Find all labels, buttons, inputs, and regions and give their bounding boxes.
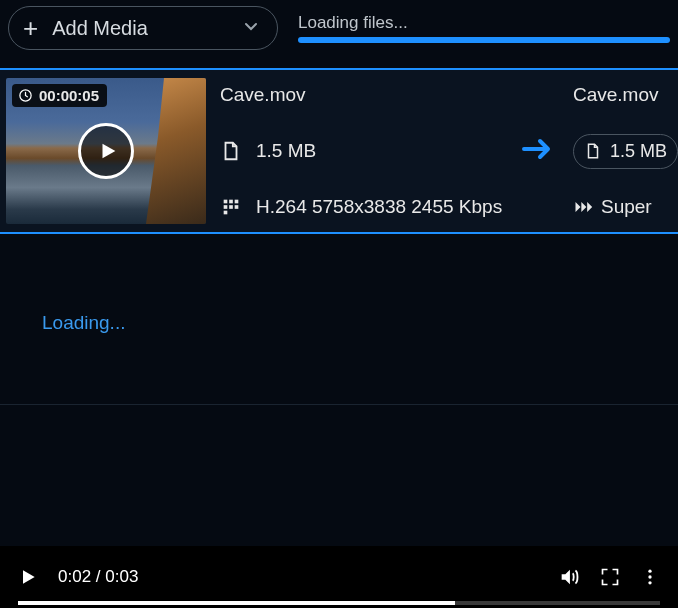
player-volume-button[interactable] — [558, 566, 580, 588]
video-player-controls: 0:02 / 0:03 — [0, 546, 678, 608]
player-fullscreen-button[interactable] — [600, 567, 620, 587]
play-icon — [18, 567, 38, 587]
output-size: 1.5 MB — [610, 141, 667, 162]
output-preset: Super — [601, 196, 652, 218]
svg-rect-5 — [229, 205, 233, 209]
player-seek-bar[interactable] — [18, 601, 660, 605]
player-play-button[interactable] — [18, 567, 38, 587]
media-thumbnail[interactable]: 00:00:05 — [6, 78, 206, 224]
clock-icon — [18, 88, 33, 103]
panel-loading-label: Loading... — [0, 234, 678, 404]
svg-rect-7 — [224, 211, 228, 215]
add-media-label: Add Media — [52, 17, 229, 40]
svg-rect-1 — [224, 200, 228, 204]
plus-icon: + — [23, 15, 38, 41]
file-icon — [220, 140, 242, 162]
loading-status: Loading files... — [298, 13, 670, 43]
svg-rect-2 — [229, 200, 233, 204]
svg-point-10 — [648, 581, 651, 584]
toolbar: + Add Media Loading files... — [0, 0, 678, 54]
media-output-column: Cave.mov 1.5 MB Super — [573, 78, 678, 224]
fullscreen-icon — [600, 567, 620, 587]
arrow-right-icon — [522, 136, 558, 162]
volume-icon — [558, 566, 580, 588]
media-size: 1.5 MB — [256, 140, 316, 162]
svg-rect-4 — [224, 205, 228, 209]
fast-forward-icon — [573, 197, 593, 217]
more-vertical-icon — [640, 567, 660, 587]
duration-text: 00:00:05 — [39, 87, 99, 104]
media-filename: Cave.mov — [220, 84, 306, 106]
media-codec: H.264 5758x3838 2455 Kbps — [256, 196, 502, 218]
play-icon — [97, 140, 119, 162]
svg-rect-3 — [235, 200, 239, 204]
svg-rect-6 — [235, 205, 239, 209]
player-time-label: 0:02 / 0:03 — [58, 567, 538, 587]
add-media-button[interactable]: + Add Media — [8, 6, 278, 50]
loading-files-label: Loading files... — [298, 13, 670, 33]
divider — [0, 404, 678, 405]
loading-progress-bar — [298, 37, 670, 43]
chevron-down-icon — [243, 18, 259, 38]
output-filename: Cave.mov — [573, 84, 659, 106]
film-icon — [220, 196, 242, 218]
duration-badge: 00:00:05 — [12, 84, 107, 107]
output-size-pill[interactable]: 1.5 MB — [573, 134, 678, 169]
media-item-row[interactable]: 00:00:05 Cave.mov 1.5 MB H.264 5758x3838… — [0, 68, 678, 234]
media-metadata: Cave.mov 1.5 MB H.264 5758x3838 2455 Kbp… — [220, 78, 559, 224]
svg-point-8 — [648, 570, 651, 573]
player-more-button[interactable] — [640, 567, 660, 587]
file-icon — [584, 142, 602, 160]
svg-point-9 — [648, 575, 651, 578]
play-button[interactable] — [78, 123, 134, 179]
